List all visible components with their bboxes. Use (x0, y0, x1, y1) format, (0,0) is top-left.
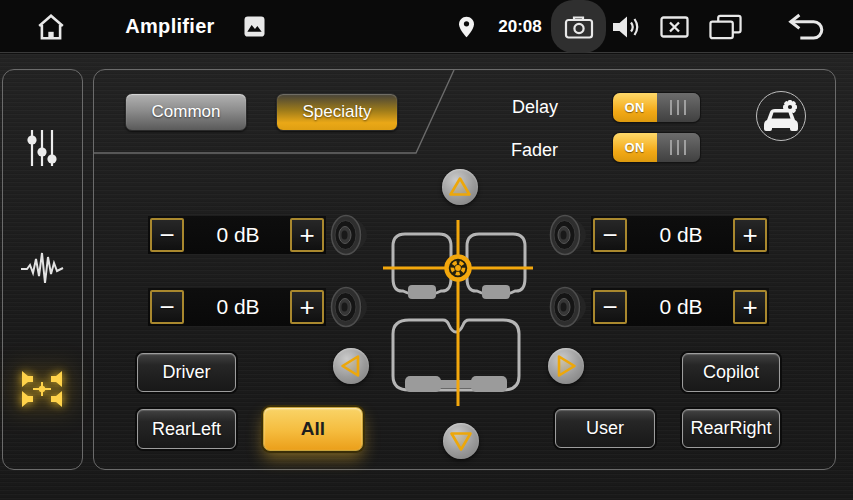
delay-toggle-grip (657, 93, 701, 122)
clock: 20:08 (496, 0, 544, 53)
sidebar-item-equalizer[interactable] (20, 126, 64, 170)
screenshot-button[interactable] (551, 0, 606, 53)
arrow-down-icon (443, 423, 479, 459)
zone-copilot-button[interactable]: Copilot (682, 353, 780, 392)
rear-right-speaker-icon (549, 285, 589, 329)
camera-icon (563, 13, 595, 41)
page-title: Amplifier (125, 0, 215, 53)
balance-down-button[interactable] (443, 423, 479, 459)
back-icon (786, 13, 828, 40)
car-settings-icon (761, 98, 801, 134)
zone-rearright-button[interactable]: RearRight (682, 409, 780, 448)
front-left-minus-button[interactable]: − (150, 218, 184, 252)
zone-user-label: User (586, 418, 624, 439)
front-right-gain-value: 0 dB (629, 216, 733, 254)
volume-button[interactable] (613, 0, 641, 53)
home-icon (36, 12, 66, 42)
rear-right-plus-button[interactable]: + (733, 290, 767, 324)
delay-toggle-on: ON (613, 93, 657, 122)
back-button[interactable] (786, 0, 828, 53)
rear-right-minus-button[interactable]: − (593, 290, 627, 324)
fader-toggle[interactable]: ON (613, 133, 700, 162)
gain-row-front-left: − 0 dB + (148, 216, 378, 254)
tab-common-label: Common (152, 102, 221, 122)
recent-apps-button[interactable] (708, 0, 742, 53)
arrow-up-icon (442, 169, 478, 205)
arrow-right-icon (548, 348, 584, 384)
balance-up-button[interactable] (442, 169, 478, 205)
balance-left-button[interactable] (333, 348, 369, 384)
zone-rearleft-button[interactable]: RearLeft (137, 409, 236, 449)
gallery-icon[interactable] (242, 0, 266, 53)
head-unit-screen: Amplifier 20:08 (0, 0, 853, 500)
front-right-plus-button[interactable]: + (733, 218, 767, 252)
sidebar-item-fader-active[interactable] (20, 367, 64, 411)
fader-toggle-grip (657, 133, 701, 162)
location-pin-icon (458, 0, 474, 53)
recent-apps-icon (709, 14, 742, 40)
front-left-plus-button[interactable]: + (290, 218, 324, 252)
car-settings-button[interactable] (756, 91, 806, 141)
sidebar-item-sound-effect[interactable] (20, 246, 64, 290)
tab-common[interactable]: Common (125, 93, 247, 131)
fader-balance-speakers-icon (20, 367, 64, 411)
fader-toggle-on: ON (613, 133, 657, 162)
zone-driver-button[interactable]: Driver (137, 353, 236, 392)
zone-driver-label: Driver (163, 362, 211, 383)
close-app-button[interactable] (659, 0, 689, 53)
front-left-gain-value: 0 dB (186, 216, 290, 254)
front-left-speaker-icon (330, 213, 370, 257)
home-button[interactable] (32, 0, 70, 53)
delay-toggle[interactable]: ON (613, 93, 700, 122)
balance-right-button[interactable] (548, 348, 584, 384)
zone-rearleft-label: RearLeft (152, 419, 221, 440)
waveform-icon (20, 246, 64, 290)
zone-user-button[interactable]: User (555, 409, 655, 448)
fader-label: Fader (458, 140, 558, 161)
delay-label: Delay (458, 97, 558, 118)
zone-rearright-label: RearRight (690, 418, 771, 439)
rear-left-minus-button[interactable]: − (150, 290, 184, 324)
zone-all-button[interactable]: All (263, 407, 363, 451)
zone-copilot-label: Copilot (703, 362, 759, 383)
tab-specialty-label: Specialty (303, 102, 372, 122)
tab-specialty[interactable]: Specialty (276, 93, 398, 131)
gain-row-front-right: − 0 dB + (549, 216, 779, 254)
gain-row-rear-left: − 0 dB + (148, 288, 378, 326)
close-icon (660, 15, 689, 39)
gain-row-rear-right: − 0 dB + (549, 288, 779, 326)
rear-left-plus-button[interactable]: + (290, 290, 324, 324)
zone-all-label: All (301, 418, 325, 440)
rear-left-gain-value: 0 dB (186, 288, 290, 326)
front-right-minus-button[interactable]: − (593, 218, 627, 252)
top-status-bar: Amplifier 20:08 (0, 0, 853, 53)
rear-left-speaker-icon (330, 285, 370, 329)
rear-right-gain-value: 0 dB (629, 288, 733, 326)
arrow-left-icon (333, 348, 369, 384)
volume-icon (613, 15, 641, 39)
front-right-speaker-icon (549, 213, 589, 257)
equalizer-sliders-icon (24, 126, 60, 170)
